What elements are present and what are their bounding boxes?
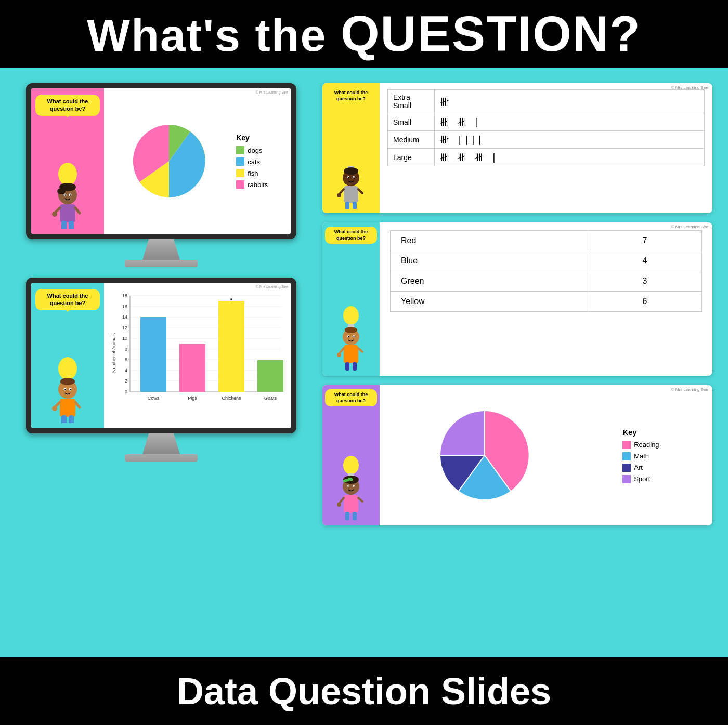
- svg-point-75: [343, 306, 359, 325]
- tally-label: Medium: [388, 131, 435, 149]
- legend-label-dogs: dogs: [248, 147, 262, 154]
- svg-line-86: [358, 348, 362, 352]
- card3-sidebar: What could the question be?: [322, 385, 380, 525]
- header-title: What's the QUESTION?: [87, 5, 641, 62]
- footer: Data Question Slides: [0, 657, 728, 725]
- svg-point-67: [348, 177, 349, 178]
- svg-point-8: [70, 194, 71, 195]
- monitor1-wrap: © Mrs Learning Bee What could the questi…: [16, 83, 307, 267]
- svg-point-85: [337, 353, 341, 357]
- svg-point-81: [348, 336, 349, 337]
- legend-label-cats: cats: [248, 158, 260, 166]
- svg-text:2: 2: [125, 378, 127, 384]
- monitor2-character: [47, 355, 88, 423]
- svg-text:10: 10: [122, 336, 127, 341]
- tally-marks: 𝍸: [435, 90, 705, 113]
- card3-copyright: © Mrs Learning Bee: [671, 387, 708, 392]
- svg-rect-74: [353, 202, 357, 209]
- svg-rect-23: [60, 399, 75, 417]
- monitor1-sidebar: What could the question be?: [31, 88, 104, 234]
- svg-point-99: [354, 486, 355, 487]
- card1-content: Extra Small 𝍸 Small 𝍸 𝍸 | Medium 𝍸 |||| …: [380, 83, 712, 213]
- header-plain-text: What's the: [87, 9, 341, 61]
- monitor1-legend-title: Key: [236, 134, 268, 142]
- header: What's the QUESTION?: [0, 0, 728, 68]
- svg-point-78: [345, 327, 357, 333]
- table-row: Large 𝍸 𝍸 𝍸 |: [388, 149, 705, 166]
- card2-character: [333, 304, 369, 372]
- legend-color-art: [622, 464, 631, 472]
- svg-point-25: [52, 406, 57, 411]
- legend-item-fish: fish: [236, 169, 268, 177]
- monitor1-character: [47, 161, 88, 229]
- monitor1-pie-svg: [127, 120, 211, 203]
- card3-character: [333, 454, 369, 521]
- card2: © Mrs Learning Bee What could the questi…: [322, 222, 712, 376]
- table-row: Blue 4: [391, 251, 702, 271]
- svg-text:4: 4: [125, 368, 127, 373]
- svg-rect-13: [61, 221, 67, 229]
- monitor2-screen: © Mrs Learning Bee What could the questi…: [31, 283, 291, 428]
- tally-label: Large: [388, 149, 435, 166]
- svg-point-95: [347, 479, 349, 482]
- svg-rect-69: [344, 186, 358, 203]
- legend-item-art: Art: [622, 464, 659, 472]
- legend-item-reading: Reading: [622, 441, 659, 449]
- tally-marks: 𝍸 ||||: [435, 131, 705, 149]
- monitor1-stand: [140, 239, 182, 260]
- svg-rect-9: [60, 204, 75, 222]
- color-label: Yellow: [391, 292, 588, 312]
- svg-rect-73: [345, 202, 349, 209]
- svg-rect-27: [61, 415, 67, 423]
- card1-speech: What could the question be?: [325, 87, 377, 104]
- monitor2-stand: [140, 433, 182, 454]
- monitor1-chart-area: Key dogs cats: [104, 88, 291, 234]
- table-row: Small 𝍸 𝍸 |: [388, 113, 705, 131]
- tally-marks: 𝍸 𝍸 |: [435, 113, 705, 131]
- svg-text:18: 18: [122, 293, 127, 298]
- monitor2-chart-area: Number of Animals: [104, 283, 291, 428]
- card3-legend-title: Key: [622, 428, 659, 437]
- card3: © Mrs Learning Bee What could the questi…: [322, 385, 712, 525]
- color-value: 3: [588, 271, 702, 292]
- table-row: Medium 𝍸 ||||: [388, 131, 705, 149]
- table-row: Green 3: [391, 271, 702, 292]
- svg-point-11: [52, 212, 57, 217]
- svg-point-102: [337, 503, 341, 507]
- svg-point-64: [344, 167, 358, 175]
- monitor1-legend: Key dogs cats: [236, 134, 268, 189]
- svg-point-71: [337, 193, 341, 197]
- color-label: Red: [391, 231, 588, 251]
- svg-point-82: [354, 336, 355, 337]
- color-label: Blue: [391, 251, 588, 271]
- legend-item-rabbits: rabbits: [236, 180, 268, 189]
- svg-rect-88: [353, 362, 357, 371]
- color-value: 7: [588, 231, 702, 251]
- legend-label-sport: Sport: [634, 475, 650, 483]
- svg-rect-100: [344, 495, 358, 513]
- monitor2-wrap: © Mrs Learning Bee What could the questi…: [16, 278, 307, 462]
- svg-point-18: [60, 378, 75, 385]
- svg-text:Goats: Goats: [264, 396, 277, 401]
- svg-point-21: [64, 389, 66, 390]
- svg-text:Number of Animals: Number of Animals: [111, 333, 116, 373]
- legend-color-fish: [236, 169, 244, 177]
- svg-point-15: [58, 357, 77, 380]
- card2-sidebar: What could the question be?: [322, 222, 380, 376]
- svg-text:12: 12: [122, 325, 127, 331]
- color-value: 6: [588, 292, 702, 312]
- svg-point-0: [58, 163, 77, 186]
- table-row: Red 7: [391, 231, 702, 251]
- left-column: © Mrs Learning Bee What could the questi…: [16, 83, 307, 652]
- legend-label-fish: fish: [248, 169, 258, 177]
- svg-point-68: [354, 177, 355, 178]
- card3-pie-svg: [433, 403, 537, 507]
- card3-legend: Key Reading Math Art: [622, 428, 659, 483]
- table-row: Yellow 6: [391, 292, 702, 312]
- monitor1-speech: What could the question be?: [35, 95, 100, 116]
- table-row: Extra Small 𝍸: [388, 90, 705, 113]
- legend-color-dogs: [236, 146, 244, 154]
- legend-label-math: Math: [634, 452, 649, 460]
- svg-rect-54: [179, 344, 205, 392]
- card1-copyright: © Mrs Learning Bee: [671, 85, 708, 90]
